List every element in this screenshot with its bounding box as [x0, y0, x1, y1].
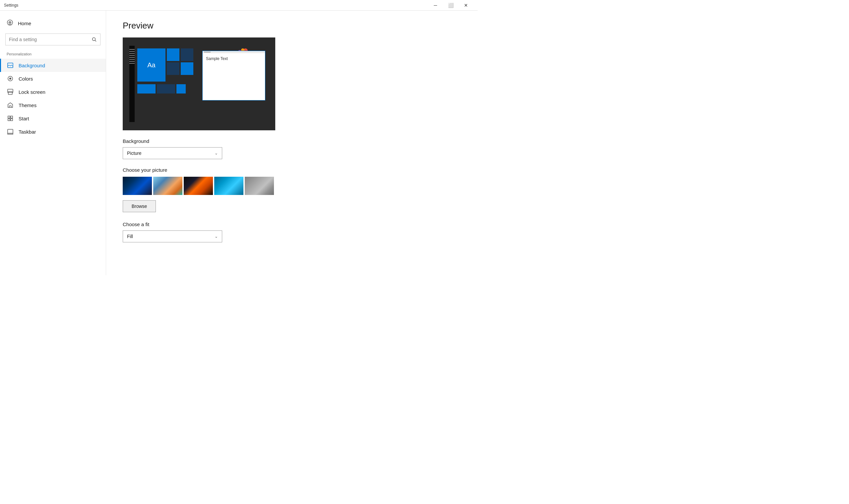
start-icon: [7, 115, 14, 122]
preview-box: Aa: [123, 37, 275, 130]
sidebar-item-taskbar-label: Taskbar: [19, 129, 36, 134]
bottom-tile-3: [177, 84, 186, 93]
fit-dropdown-value: Fill: [127, 234, 133, 239]
sidebar-item-home[interactable]: Home: [0, 16, 106, 31]
svg-rect-17: [7, 133, 13, 134]
small-tile-row-2: [167, 62, 193, 75]
tiles-aa-label: Aa: [147, 61, 155, 69]
search-input[interactable]: [6, 37, 88, 42]
svg-rect-16: [7, 129, 13, 133]
sidebar-item-taskbar[interactable]: Taskbar: [0, 125, 106, 138]
sidebar: Home Personalization: [0, 11, 106, 275]
app-body: Home Personalization: [0, 11, 477, 275]
fit-section-label: Choose a fit: [123, 221, 461, 227]
search-box-container: [0, 34, 106, 51]
sidebar-item-colors[interactable]: Colors: [0, 72, 106, 85]
svg-rect-7: [8, 91, 12, 94]
sidebar-item-colors-label: Colors: [19, 76, 33, 82]
background-section-label: Background: [123, 138, 461, 144]
start-menu-preview: Aa: [129, 46, 192, 122]
sidebar-item-lock-screen[interactable]: Lock screen: [0, 85, 106, 98]
bar-line-2: [129, 51, 134, 52]
sidebar-item-themes[interactable]: Themes: [0, 98, 106, 112]
picture-thumbnails: [123, 177, 461, 195]
window-controls: ─ ⬜ ✕: [428, 0, 474, 11]
small-tile-1: [167, 49, 179, 61]
fit-dropdown-arrow: ⌄: [215, 234, 218, 239]
lock-icon: [7, 89, 14, 95]
sample-dialog: Sample Text: [202, 51, 265, 101]
bar-line-3: [129, 53, 134, 54]
small-tile-4: [181, 62, 193, 75]
themes-icon: [7, 102, 14, 108]
svg-rect-15: [11, 119, 13, 121]
svg-rect-13: [11, 116, 13, 118]
sidebar-section-label: Personalization: [0, 51, 106, 59]
sidebar-item-background-label: Background: [19, 63, 45, 68]
fit-dropdown[interactable]: Fill ⌄: [123, 231, 222, 242]
bar-line-4: [129, 55, 134, 56]
big-tile: Aa: [137, 49, 165, 82]
sidebar-item-lock-screen-label: Lock screen: [19, 89, 46, 95]
background-icon: [7, 62, 14, 69]
app-title: Settings: [4, 3, 18, 7]
small-tile-row-1: [167, 49, 193, 61]
sidebar-item-start-label: Start: [19, 116, 29, 121]
svg-point-2: [92, 38, 95, 41]
bar-line-1: [129, 49, 134, 50]
svg-rect-1: [9, 22, 11, 24]
thumbnail-2[interactable]: [153, 177, 182, 195]
thumbnail-4[interactable]: [214, 177, 243, 195]
svg-line-3: [95, 40, 96, 42]
choose-picture-label: Choose your picture: [123, 167, 461, 173]
page-title: Preview: [123, 21, 461, 31]
search-button[interactable]: [88, 34, 100, 46]
small-tiles: [167, 49, 193, 75]
sidebar-item-themes-label: Themes: [19, 103, 36, 108]
thumbnail-3[interactable]: [184, 177, 213, 195]
sample-text: Sample Text: [203, 53, 265, 64]
sidebar-item-background[interactable]: Background: [0, 59, 106, 72]
browse-button[interactable]: Browse: [123, 200, 156, 212]
thumbnail-5[interactable]: [245, 177, 274, 195]
svg-rect-14: [8, 119, 10, 121]
svg-point-6: [9, 77, 11, 79]
bottom-tile-1: [137, 84, 156, 93]
dialog-bar-line: [204, 52, 211, 52]
close-button[interactable]: ✕: [458, 0, 474, 11]
small-tile-3: [167, 62, 179, 75]
home-icon: [7, 19, 13, 28]
tiles-area: Aa: [134, 46, 196, 122]
bar-line-8: [129, 63, 134, 64]
bottom-tile-2: [157, 84, 175, 93]
sidebar-item-start[interactable]: Start: [0, 112, 106, 125]
bar-line-5: [129, 57, 134, 58]
bar-line-6: [129, 59, 134, 60]
bottom-tiles-row: [137, 84, 193, 93]
search-box[interactable]: [5, 34, 101, 46]
svg-rect-12: [8, 116, 10, 118]
preview-inner: Aa: [123, 37, 275, 130]
small-tile-2: [181, 49, 193, 61]
background-dropdown-value: Picture: [127, 150, 142, 156]
colors-icon: [7, 75, 14, 82]
home-label: Home: [18, 21, 31, 26]
minimize-button[interactable]: ─: [428, 0, 443, 11]
background-dropdown-arrow: ⌄: [215, 151, 218, 156]
title-bar: Settings ─ ⬜ ✕: [0, 0, 477, 11]
background-dropdown[interactable]: Picture ⌄: [123, 147, 222, 159]
main-content: Preview: [106, 11, 477, 275]
taskbar-icon: [7, 128, 14, 135]
bar-line-7: [129, 61, 134, 62]
thumbnail-1[interactable]: [123, 177, 152, 195]
tiles-top: Aa: [137, 49, 193, 82]
maximize-button[interactable]: ⬜: [443, 0, 458, 11]
start-left-bar: [129, 46, 134, 122]
